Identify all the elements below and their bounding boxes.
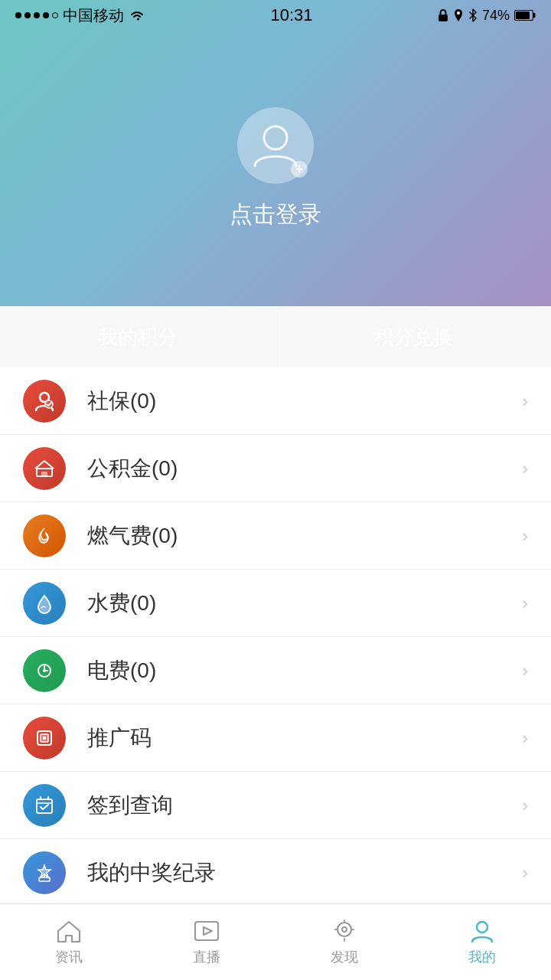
nav-mine[interactable]: 我的 (413, 904, 551, 980)
status-left: 中国移动 (15, 5, 145, 26)
nav-news-label: 资讯 (55, 948, 83, 966)
svg-rect-3 (533, 13, 536, 18)
menu-item-zhongjian[interactable]: 我的中奖纪录 › (0, 839, 551, 906)
zhongjian-arrow: › (522, 862, 528, 884)
svg-point-20 (342, 927, 347, 932)
points-tabs: 我的积分 积分兑换 (0, 306, 551, 368)
menu-item-qiandao[interactable]: 签到查询 › (0, 772, 551, 839)
menu-item-shui[interactable]: 水费(0) › (0, 570, 551, 637)
dot1 (15, 12, 21, 18)
svg-rect-16 (39, 877, 50, 881)
gongjijin-label: 公积金(0) (87, 454, 522, 483)
discover-icon (331, 919, 358, 943)
svg-rect-4 (516, 11, 530, 19)
zhongjian-icon (23, 851, 66, 894)
bottom-nav: 资讯 直播 发现 我的 (0, 903, 551, 980)
nav-live-label: 直播 (193, 948, 220, 966)
nav-discover[interactable]: 发现 (276, 904, 413, 980)
gongjijin-arrow: › (522, 458, 528, 479)
bluetooth-icon (468, 8, 478, 22)
dian-label: 电费(0) (87, 656, 522, 685)
gongjijin-icon (23, 447, 66, 490)
location-icon (453, 8, 464, 22)
svg-rect-14 (43, 737, 46, 740)
play-icon (193, 919, 220, 943)
lock-icon (438, 8, 448, 22)
shui-label: 水费(0) (87, 589, 522, 618)
home-icon (55, 919, 83, 943)
dian-icon (23, 649, 66, 692)
menu-item-gongjijin[interactable]: 公积金(0) › (0, 435, 551, 502)
svg-rect-18 (195, 922, 218, 940)
shui-arrow: › (522, 593, 528, 614)
menu-item-dian[interactable]: 电费(0) › (0, 637, 551, 704)
svg-point-19 (337, 923, 351, 936)
shebao-label: 社保(0) (87, 387, 522, 416)
svg-point-11 (43, 669, 46, 672)
nav-news[interactable]: 资讯 (0, 904, 138, 980)
svg-rect-15 (37, 799, 52, 813)
dot3 (34, 12, 40, 18)
qiandao-label: 签到查询 (87, 791, 522, 820)
status-right: 74% (438, 8, 536, 24)
menu-item-tuiguang[interactable]: 推广码 › (0, 704, 551, 772)
zhongjian-label: 我的中奖纪录 (87, 858, 522, 887)
wifi-icon (129, 9, 145, 21)
svg-point-1 (457, 11, 460, 15)
dot5 (52, 12, 58, 18)
menu-item-shebao[interactable]: 社保(0) › (0, 368, 551, 435)
nav-mine-label: 我的 (468, 948, 496, 966)
time-label: 10:31 (270, 5, 312, 25)
mine-icon (468, 919, 496, 943)
dian-arrow: › (522, 660, 528, 681)
tuiguang-label: 推广码 (87, 724, 522, 753)
ranqi-arrow: › (522, 525, 528, 547)
svg-rect-0 (439, 15, 448, 21)
qiandao-icon (23, 784, 66, 827)
svg-point-21 (477, 922, 487, 933)
shui-icon (23, 582, 66, 625)
dot2 (24, 12, 31, 18)
avatar-container[interactable]: + (237, 107, 314, 184)
avatar-plus: + (291, 161, 308, 178)
ranqi-icon (23, 514, 66, 557)
nav-discover-label: 发现 (331, 948, 358, 966)
nav-live[interactable]: 直播 (138, 904, 276, 980)
login-text[interactable]: 点击登录 (230, 199, 321, 230)
tuiguang-icon (23, 717, 66, 760)
tuiguang-arrow: › (522, 727, 528, 749)
menu-list: 社保(0) › 公积金(0) › 燃气费(0) › 水费( (0, 368, 551, 940)
dot4 (43, 12, 49, 18)
tab-my-points[interactable]: 我的积分 (0, 307, 276, 368)
signal-dots (15, 12, 58, 18)
ranqi-label: 燃气费(0) (87, 521, 522, 550)
qiandao-arrow: › (522, 795, 528, 816)
svg-point-5 (264, 126, 287, 149)
svg-rect-9 (41, 472, 47, 476)
battery-label: 74% (482, 8, 510, 24)
battery-icon (514, 10, 536, 21)
shebao-icon (23, 380, 66, 423)
status-bar: 中国移动 10:31 74% (0, 0, 551, 31)
shebao-arrow: › (522, 390, 528, 412)
header: + 点击登录 (0, 0, 551, 306)
menu-item-ranqi[interactable]: 燃气费(0) › (0, 502, 551, 570)
carrier-label: 中国移动 (63, 5, 124, 26)
tab-exchange[interactable]: 积分兑换 (276, 307, 552, 368)
